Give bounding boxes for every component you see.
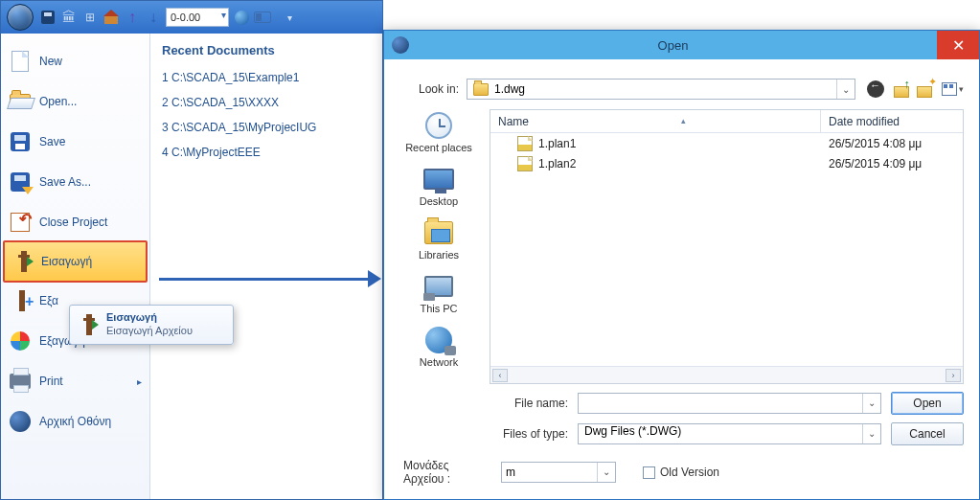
app-orb-icon[interactable]	[7, 4, 34, 31]
file-list-pane: Name ▴ Date modified 1.plan1 26/5/2015 4…	[490, 109, 964, 384]
network-icon	[422, 326, 456, 354]
filetype-combo[interactable]: Dwg Files (*.DWG)⌄	[578, 423, 881, 444]
menu-new-label: New	[39, 55, 62, 68]
look-in-combo[interactable]: 1.dwg ⌄	[467, 79, 855, 100]
menu-print[interactable]: Print ▸	[1, 361, 149, 401]
close-button[interactable]: ✕	[937, 31, 979, 59]
import-icon	[11, 250, 34, 273]
menu-print-label: Print	[39, 375, 63, 388]
old-version-checkbox[interactable]: Old Version	[643, 466, 719, 479]
open-icon	[9, 90, 32, 113]
recent-item[interactable]: 4 C:\MyProjectEEE	[162, 140, 371, 165]
cancel-button[interactable]: Cancel	[891, 422, 964, 445]
quick-access-toolbar: 🏛 ⊞ ↑ ↓ 0-0.00 ▾	[39, 8, 298, 27]
menu-export-label: Εξα	[39, 294, 58, 307]
menu-save-as-label: Save As...	[39, 175, 91, 189]
save-icon[interactable]	[39, 9, 57, 26]
library-icon[interactable]: 🏛	[60, 9, 78, 26]
menu-home-screen-label: Αρχική Οθόνη	[39, 415, 111, 428]
sort-asc-icon: ▴	[681, 116, 686, 125]
toggle-icon[interactable]	[254, 9, 271, 26]
globe-icon[interactable]	[233, 9, 250, 26]
file-row[interactable]: 1.plan1 26/5/2015 4:08 μμ	[490, 133, 963, 153]
menu-save[interactable]: Save	[1, 122, 149, 162]
menu-close-project-label: Close Project	[39, 216, 107, 229]
scroll-right-button[interactable]: ›	[946, 369, 961, 382]
menu-save-label: Save	[39, 135, 65, 148]
units-combo[interactable]: m⌄	[501, 462, 616, 483]
places-bar: Recent places Desktop Libraries This PC …	[399, 109, 478, 384]
filename-input[interactable]: ⌄	[578, 393, 881, 414]
look-in-row: Look in: 1.dwg ⌄ ▾	[384, 59, 979, 109]
menu-open-label: Open...	[39, 95, 77, 108]
app-window: 🏛 ⊞ ↑ ↓ 0-0.00 ▾ New Open... Save	[0, 0, 383, 500]
place-this-pc[interactable]: This PC	[420, 272, 457, 314]
up-one-level-button[interactable]	[892, 80, 909, 98]
tooltip-title: Εισαγωγή	[106, 311, 225, 323]
save-as-icon	[9, 170, 32, 193]
recent-places-icon	[422, 111, 456, 140]
arrow-down-icon[interactable]: ↓	[145, 9, 162, 26]
libraries-icon	[422, 218, 456, 247]
home-screen-icon	[9, 410, 32, 433]
scroll-left-button[interactable]: ‹	[492, 369, 508, 382]
titlebar: 🏛 ⊞ ↑ ↓ 0-0.00 ▾	[1, 1, 382, 34]
place-recent[interactable]: Recent places	[405, 111, 472, 153]
this-pc-icon	[422, 272, 456, 301]
annotation-arrow	[159, 270, 381, 287]
place-libraries[interactable]: Libraries	[419, 218, 459, 261]
file-row[interactable]: 1.plan2 26/5/2015 4:09 μμ	[490, 153, 963, 173]
export-scada-icon	[9, 330, 32, 352]
chevron-down-icon: ⌄	[603, 466, 610, 477]
view-menu-dropdown-icon[interactable]: ▾	[959, 84, 964, 94]
menu-items: New Open... Save Save As... Close Projec…	[1, 34, 150, 499]
menu-import[interactable]: Εισαγωγή	[3, 240, 148, 283]
dialog-app-icon	[392, 36, 409, 54]
units-label: Μονάδες Αρχείου :	[399, 459, 491, 486]
recent-title: Recent Documents	[162, 43, 371, 57]
view-menu-button[interactable]	[942, 82, 957, 96]
recent-item[interactable]: 1 C:\SCADA_15\Example1	[162, 65, 371, 90]
dwg-file-icon	[517, 136, 533, 151]
menu-save-as[interactable]: Save As...	[1, 162, 149, 202]
export-icon	[9, 289, 32, 312]
column-name[interactable]: Name ▴	[490, 110, 821, 132]
file-list-header: Name ▴ Date modified	[490, 110, 963, 133]
menu-import-label: Εισαγωγή	[41, 255, 92, 268]
tooltip-desc: Εισαγωγή Αρχείου	[106, 325, 225, 336]
menu-close-project[interactable]: Close Project	[1, 202, 149, 242]
file-list[interactable]: 1.plan1 26/5/2015 4:08 μμ 1.plan2 26/5/2…	[490, 133, 963, 366]
dialog-titlebar: Open ✕	[384, 31, 979, 59]
qat-customize-icon[interactable]: ▾	[281, 9, 298, 26]
dwg-file-icon	[517, 156, 533, 171]
open-dialog: Open ✕ Look in: 1.dwg ⌄ ▾ Recent	[383, 30, 980, 500]
print-icon	[9, 370, 32, 393]
checkbox-box	[643, 466, 655, 479]
desktop-icon	[422, 165, 456, 193]
place-desktop[interactable]: Desktop	[420, 165, 458, 207]
chevron-down-icon: ⌄	[868, 398, 876, 408]
recent-item[interactable]: 3 C:\SCADA_15\MyProjecIUG	[162, 115, 371, 140]
arrow-up-icon[interactable]: ↑	[124, 9, 141, 26]
recent-item[interactable]: 2 C:\SCADA_15\XXXX	[162, 90, 371, 115]
app-menu: New Open... Save Save As... Close Projec…	[1, 34, 382, 499]
column-date[interactable]: Date modified	[821, 110, 963, 132]
menu-home-screen[interactable]: Αρχική Οθόνη	[1, 401, 149, 442]
folder-icon	[473, 83, 489, 96]
place-network[interactable]: Network	[420, 326, 458, 368]
new-folder-button[interactable]	[917, 80, 934, 98]
dialog-toolbar: ▾	[863, 80, 964, 98]
dialog-title: Open	[409, 38, 937, 53]
save-icon	[9, 130, 32, 153]
home-icon[interactable]	[103, 9, 120, 26]
zoom-combo[interactable]: 0-0.00	[166, 8, 229, 27]
menu-open[interactable]: Open...	[1, 81, 149, 122]
calc-icon[interactable]: ⊞	[81, 9, 99, 26]
horizontal-scrollbar[interactable]: ‹ ›	[490, 366, 963, 383]
chevron-down-icon: ⌄	[868, 428, 876, 439]
chevron-down-icon: ⌄	[842, 84, 850, 95]
back-button[interactable]	[867, 80, 884, 98]
open-button[interactable]: Open	[891, 392, 964, 415]
menu-new[interactable]: New	[1, 41, 149, 81]
filetype-label: Files of type:	[486, 427, 568, 441]
